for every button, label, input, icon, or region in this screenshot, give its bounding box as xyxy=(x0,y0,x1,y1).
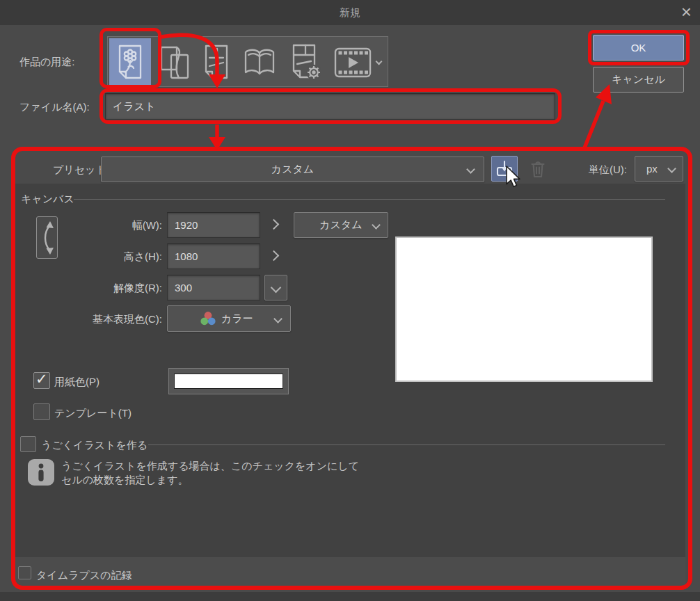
size-preset-select[interactable]: カスタム xyxy=(294,212,388,238)
paper-color-checkbox[interactable] xyxy=(33,372,50,389)
paper-color-swatch[interactable] xyxy=(168,368,289,394)
file-name-label: ファイル名(A): xyxy=(19,101,90,114)
comic-settings-icon xyxy=(290,44,322,80)
template-checkbox[interactable] xyxy=(33,403,50,420)
dialog-bottom-edge xyxy=(0,592,700,601)
save-preset-button[interactable] xyxy=(491,156,518,182)
info-icon xyxy=(28,459,54,486)
comic-page-icon xyxy=(202,45,230,79)
unit-value: px xyxy=(646,163,658,175)
chevron-down-icon xyxy=(271,282,282,294)
size-preset-value: カスタム xyxy=(319,218,362,232)
canvas-preview xyxy=(395,237,653,382)
chevron-down-icon xyxy=(372,221,381,230)
timelapse-checkbox[interactable] xyxy=(18,566,31,579)
file-name-input[interactable] xyxy=(105,93,555,120)
unit-select[interactable]: px xyxy=(635,156,683,182)
height-input[interactable] xyxy=(167,243,260,269)
delete-preset-button[interactable] xyxy=(525,156,551,182)
width-label: 幅(W): xyxy=(42,219,162,232)
unit-label: 単位(U): xyxy=(589,163,627,177)
chevron-down-icon xyxy=(466,165,475,174)
trash-icon xyxy=(530,160,546,178)
illustration-icon xyxy=(116,45,144,79)
preset-select[interactable]: カスタム xyxy=(101,157,484,182)
info-text-line1: うごくイラストを作成する場合は、このチェックをオンにして xyxy=(61,460,359,473)
book-icon xyxy=(243,47,276,79)
usage-more-chevron-icon[interactable] xyxy=(376,58,383,65)
usage-label: 作品の用途: xyxy=(19,56,75,69)
annotation-arrow-to-ok xyxy=(584,101,603,150)
save-preset-icon xyxy=(495,160,514,178)
section-divider xyxy=(148,444,665,445)
timelapse-label: タイムラプスの記録 xyxy=(36,569,132,582)
usage-comic-button[interactable] xyxy=(159,46,190,79)
close-icon[interactable]: × xyxy=(681,1,692,22)
animated-illustration-label: うごくイラストを作る xyxy=(41,439,148,452)
chevron-down-icon xyxy=(273,314,283,323)
basic-color-value: カラー xyxy=(221,312,253,326)
animated-illustration-checkbox[interactable] xyxy=(20,436,36,452)
usage-comic-settings-button[interactable] xyxy=(290,44,322,80)
usage-illustration-button[interactable] xyxy=(116,45,144,79)
paper-color-label: 用紙色(P) xyxy=(54,376,100,389)
ok-button[interactable]: OK xyxy=(593,35,684,61)
preset-value: カスタム xyxy=(271,163,314,176)
section-divider xyxy=(74,199,665,200)
dialog-title: 新規 xyxy=(0,6,700,19)
rgb-color-icon xyxy=(200,311,216,326)
usage-animation-button[interactable] xyxy=(334,47,372,78)
usage-comic-page-button[interactable] xyxy=(202,45,230,79)
template-label: テンプレート(T) xyxy=(54,407,132,420)
animation-icon xyxy=(334,47,372,78)
resolution-dropdown-button[interactable] xyxy=(264,275,287,300)
info-text-line2: セルの枚数を指定します。 xyxy=(61,474,188,487)
chevron-down-icon xyxy=(667,164,676,173)
paper-color-value xyxy=(174,374,283,389)
new-file-dialog: 新規 × 作品の用途: xyxy=(0,0,700,601)
comic-icon xyxy=(159,46,190,79)
height-label: 高さ(H): xyxy=(42,250,162,264)
canvas-section-label: キャンバス xyxy=(21,193,74,206)
resolution-label: 解像度(R): xyxy=(42,282,162,295)
basic-color-label: 基本表現色(C): xyxy=(42,313,162,326)
usage-icon-strip xyxy=(107,36,388,87)
width-input[interactable] xyxy=(167,212,260,238)
basic-color-select[interactable]: カラー xyxy=(167,305,291,332)
cancel-button[interactable]: キャンセル xyxy=(593,67,684,93)
usage-book-button[interactable] xyxy=(243,47,276,79)
resolution-input[interactable] xyxy=(167,275,260,300)
